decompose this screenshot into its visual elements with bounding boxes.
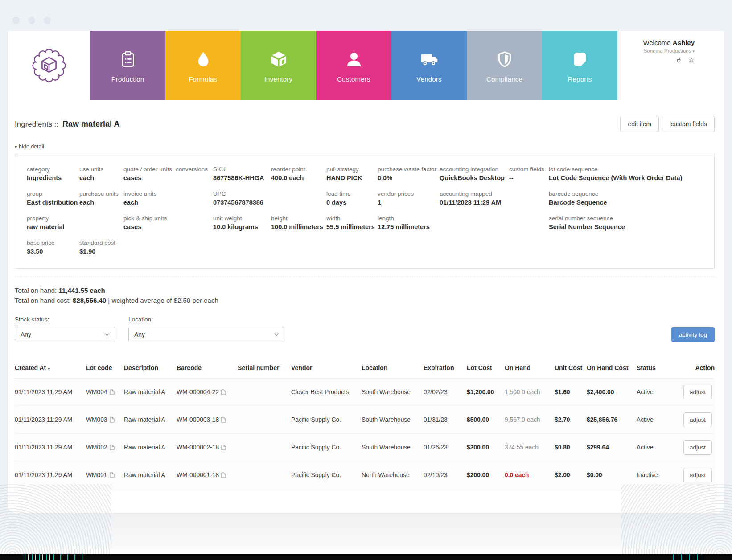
nav-tab-vendors[interactable]: Vendors [391,31,467,100]
adjust-button[interactable]: adjust [683,412,712,427]
nav-tab-reports[interactable]: Reports [542,31,617,100]
col-description[interactable]: Description [124,364,177,379]
col-expiration[interactable]: Expiration [424,364,467,379]
breadcrumb: Ingredients :: Raw material A [15,119,119,129]
window-controls[interactable] [12,17,51,24]
cell-lot-code: WM001 [86,461,124,489]
col-status[interactable]: Status [637,364,678,379]
cell-barcode: WM-000003-18 [177,406,238,433]
document-icon[interactable] [110,389,115,395]
stock-status-filter: Stock status: Any [15,316,115,342]
col-location[interactable]: Location [362,364,424,379]
badge-box-logo-icon [31,47,67,84]
glitch-artifact [25,554,82,560]
document-icon[interactable] [221,445,226,450]
field-quote-order-units: quote / order unitscases [123,166,176,181]
edit-item-button[interactable]: edit item [620,116,659,132]
breadcrumb-section[interactable]: Ingredients :: [15,120,58,128]
nav-tab-production[interactable]: Production [90,31,165,100]
adjust-button[interactable]: adjust [683,385,712,399]
cell-created-at: 01/11/2023 11:29 AM [15,461,86,489]
col-on-hand-cost[interactable]: On Hand Cost [587,364,637,379]
cell-on-hand: 9,567.0 each [505,406,555,433]
col-on-hand[interactable]: On Hand [505,364,555,379]
document-icon[interactable] [110,472,115,478]
cell-created-at: 01/11/2023 11:29 AM [15,433,86,461]
bottom-edge-bar [0,554,732,560]
nav-tab-compliance[interactable]: Compliance [467,31,542,100]
adjust-button[interactable]: adjust [683,440,712,455]
col-unit-cost[interactable]: Unit Cost [555,364,587,379]
field-lead-time: lead time0 days [326,190,378,206]
nav-tab-inventory[interactable]: Inventory [241,31,316,100]
cell-vendor: Pacific Supply Co. [291,433,362,461]
col-lot-cost[interactable]: Lot Cost [467,364,505,379]
cell-serial-number [238,433,291,461]
cell-vendor: Pacific Supply Co. [291,406,362,433]
document-icon[interactable] [221,472,226,478]
col-lot-code[interactable]: Lot code [86,364,124,379]
nav-tab-label: Compliance [486,75,522,83]
integrations-plug-icon[interactable] [676,58,682,66]
cell-location: South Warehouse [362,433,424,461]
truck-icon [419,48,440,71]
cell-description: Raw material A [124,433,177,461]
document-icon[interactable] [221,417,226,423]
activity-log-button[interactable]: activity log [671,327,715,342]
table-row: 01/11/2023 11:29 AM WM003 Raw material A… [15,406,715,433]
col-created-at[interactable]: Created At▾ [15,364,86,379]
cell-serial-number [238,378,291,406]
main-content: Ingredients :: Raw material A edit item … [8,116,724,489]
nav-tab-label: Vendors [416,75,441,83]
document-icon[interactable] [110,445,115,450]
filter-bar: Stock status: Any Location: Any activity… [15,316,715,342]
status-badge: Active [637,378,678,406]
hide-detail-toggle[interactable]: ▾hide detail [15,144,715,150]
app-logo[interactable] [8,31,90,100]
field-vendor-prices: vendor prices1 [378,190,440,206]
org-dropdown[interactable]: Sonoma Productions▾ [617,48,695,54]
stock-status-select[interactable]: Any [15,327,115,342]
location-select[interactable]: Any [128,327,284,342]
chevron-down-icon: ▾ [692,49,695,54]
chevron-down-icon [105,331,109,336]
document-icon[interactable] [110,417,115,423]
custom-fields-button[interactable]: custom fields [663,116,715,132]
col-barcode[interactable]: Barcode [177,364,238,379]
shield-icon [495,48,514,71]
adjust-button[interactable]: adjust [683,468,712,482]
nav-tab-formulas[interactable]: Formulas [165,31,241,100]
field-group: groupEast distribution [27,190,79,206]
window-control-dot[interactable] [44,17,51,24]
report-icon [571,48,589,71]
cell-vendor: Clover Best Products [291,378,362,406]
cell-unit-cost: $2.00 [555,461,587,489]
field-lot-code-sequence: lot code sequenceLot Code Sequence (With… [549,166,703,181]
field-custom-fields: custom fields-- [509,166,549,181]
cell-barcode: WM-000002-18 [177,433,238,461]
col-serial-number[interactable]: Serial number [238,364,291,379]
lots-table: Created At▾ Lot code Description Barcode… [15,364,715,489]
total-on-hand-line: Total on hand: 11,441.55 each [15,286,715,296]
field-upc: UPC07374567878386 [213,190,271,206]
page-title: Raw material A [62,119,119,128]
field-width: width55.5 millimeters [326,215,378,231]
field-height: height100.0 millimeters [271,215,326,231]
window-control-dot[interactable] [28,17,35,24]
window-control-dot[interactable] [12,17,20,24]
nav-tab-label: Customers [337,75,370,83]
cell-barcode: WM-000004-22 [177,378,238,406]
cell-serial-number [238,461,291,489]
nav-tab-customers[interactable]: Customers [316,31,391,100]
cell-serial-number [238,406,291,433]
cell-lot-cost: $200.00 [467,461,505,489]
cell-description: Raw material A [124,406,177,433]
location-label: Location: [128,316,284,323]
document-icon[interactable] [221,389,226,395]
col-vendor[interactable]: Vendor [291,364,362,379]
cell-lot-cost: $300.00 [467,433,505,461]
settings-gear-icon[interactable] [688,58,695,66]
table-row: 01/11/2023 11:29 AM WM004 Raw material A… [15,378,715,406]
dashed-divider [15,276,715,276]
field-invoice-units: invoice unitseach [123,190,176,206]
